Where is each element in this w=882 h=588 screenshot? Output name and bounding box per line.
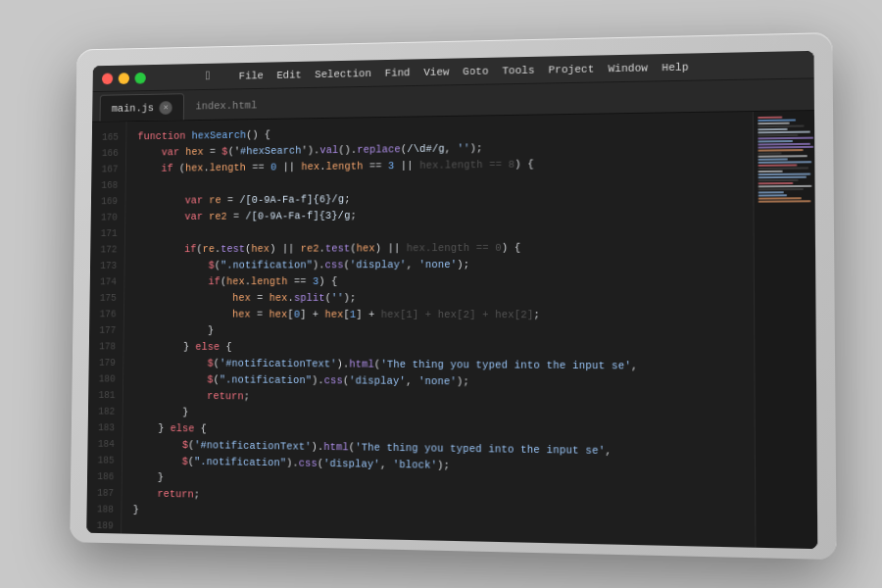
menu-goto[interactable]: Goto [463,65,488,76]
minimap-line [758,120,796,122]
minimap-line [759,191,784,193]
minimap-line [758,152,781,154]
editor-window:  File Edit Selection Find View Goto Too… [86,51,817,549]
minimap [753,111,817,549]
code-area[interactable]: function hexSearch() { var hex = $('#hex… [122,112,755,548]
minimap-line [759,194,788,196]
minimap-line [758,155,807,158]
menu-bar:  File Edit Selection Find View Goto Too… [206,60,689,84]
minimap-line [759,188,804,190]
traffic-lights [102,72,146,83]
minimap-line [759,179,799,181]
editor-content: 1651661671681691701711721731741751761771… [86,111,817,549]
menu-selection[interactable]: Selection [315,68,371,80]
minimap-line [758,167,808,170]
tab-main-js-label: main.js [112,102,154,114]
menu-help[interactable]: Help [662,61,688,74]
menu-view[interactable]: View [423,66,449,77]
minimap-line [759,200,811,202]
screen-bezel:  File Edit Selection Find View Goto Too… [86,51,817,549]
minimap-line [758,117,782,119]
minimap-line [758,146,813,149]
laptop-outer:  File Edit Selection Find View Goto Too… [70,32,836,560]
tab-index-html-label: index.html [195,100,257,113]
minimap-line [758,161,810,164]
minimap-line [758,164,797,166]
minimap-line [758,158,788,160]
minimap-line [759,182,794,184]
close-button[interactable] [102,73,113,84]
code-line: hex = hex.split(''); [135,290,754,307]
minimap-line [758,137,812,140]
minimap-line [758,149,804,152]
tab-index-html[interactable]: index.html [184,92,269,121]
menu-window[interactable]: Window [609,62,648,74]
menu-project[interactable]: Project [549,63,595,75]
tab-main-js-close[interactable]: ✕ [160,101,172,115]
code-line: $(".notification").css('display', 'none'… [136,256,754,274]
minimize-button[interactable] [119,73,129,84]
menu-tools[interactable]: Tools [502,64,534,76]
minimap-line [759,197,803,199]
menu-edit[interactable]: Edit [276,69,301,80]
minimap-line [758,125,804,128]
minimap-line [759,176,808,179]
code-line: hex = hex[0] + hex[1] + hex[1] + hex[2] … [135,307,754,324]
minimap-line [758,171,782,172]
tab-main-js[interactable]: main.js ✕ [100,93,185,121]
maximize-button[interactable] [134,72,145,83]
code-line: if(hex.length == 3) { [136,272,754,290]
menu-file[interactable]: File [239,70,264,81]
line-numbers: 1651661671681691701711721731741751761771… [86,122,126,533]
minimap-line [758,131,810,134]
minimap-line [759,185,812,188]
minimap-line [758,128,787,130]
menu-find[interactable]: Find [385,67,411,78]
code-line: if(re.test(hex) || re2.test(hex) || hex.… [136,239,754,259]
apple-menu[interactable]:  [206,70,214,84]
minimap-line [758,140,792,143]
